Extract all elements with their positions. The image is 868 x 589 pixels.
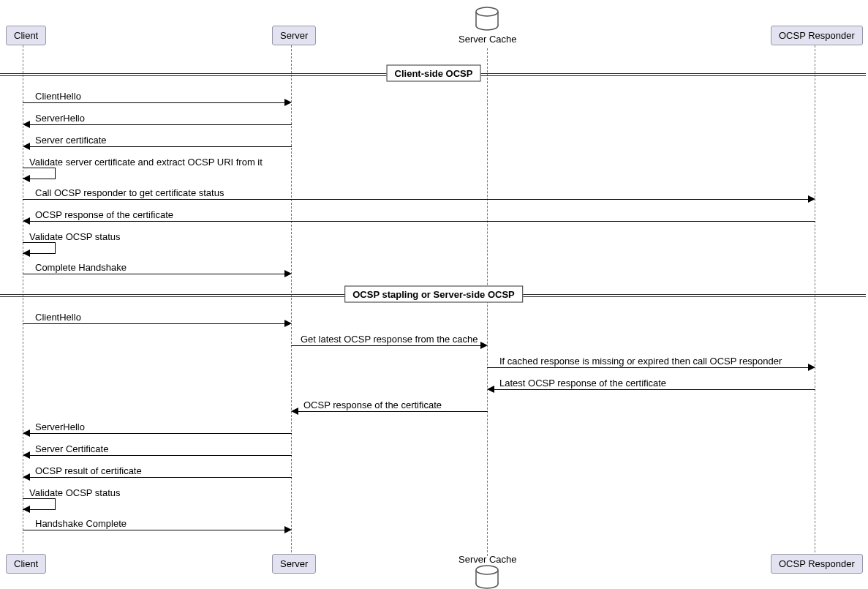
participant-cache-label-bottom: Server Cache <box>458 554 516 565</box>
participant-cache-db-bottom <box>475 564 499 589</box>
msg-server-certificate-2: Server Certificate <box>35 443 108 454</box>
participant-cache-db-top <box>475 6 499 31</box>
participant-client-bottom: Client <box>6 554 46 574</box>
msg-latest-ocsp: Latest OCSP response of the certificate <box>499 378 666 389</box>
msg-ocsp-response-2: OCSP response of the certificate <box>303 399 442 410</box>
msg-ocsp-response-1: OCSP response of the certificate <box>35 209 173 220</box>
participant-server-bottom: Server <box>272 554 316 574</box>
msg-ocsp-result: OCSP result of certificate <box>35 465 142 476</box>
sequence-diagram: Client Server Server Cache OCSP Responde… <box>0 0 868 589</box>
msg-get-cache: Get latest OCSP response from the cache <box>301 334 478 345</box>
lifeline-server <box>291 45 292 556</box>
msg-serverhello-2: ServerHello <box>35 421 85 432</box>
participant-ocsp-top: OCSP Responder <box>771 26 863 45</box>
participant-ocsp-bottom: OCSP Responder <box>771 554 863 574</box>
svg-point-4 <box>476 7 498 16</box>
msg-call-ocsp: Call OCSP responder to get certificate s… <box>35 187 224 198</box>
msg-complete-handshake: Complete Handshake <box>35 262 127 273</box>
participant-server-top: Server <box>272 26 316 45</box>
lifeline-ocsp <box>815 45 815 556</box>
divider-label-2: OCSP stapling or Server-side OCSP <box>344 286 523 303</box>
divider-label-1: Client-side OCSP <box>387 65 481 82</box>
msg-server-cert: Server certificate <box>35 135 107 146</box>
msg-cache-miss: If cached response is missing or expired… <box>499 356 782 367</box>
participant-client-top: Client <box>6 26 46 45</box>
msg-validate-ocsp-status-2: Validate OCSP status <box>29 487 121 498</box>
participant-cache-label-top: Server Cache <box>458 34 516 45</box>
msg-validate-ocsp-status-1: Validate OCSP status <box>29 231 121 242</box>
msg-validate-extract: Validate server certificate and extract … <box>29 157 263 168</box>
svg-point-9 <box>476 566 498 574</box>
msg-serverhello-1: ServerHello <box>35 113 85 124</box>
msg-clienthello-1: ClientHello <box>35 91 81 102</box>
msg-handshake-complete: Handshake Complete <box>35 518 127 529</box>
msg-clienthello-2: ClientHello <box>35 312 81 323</box>
